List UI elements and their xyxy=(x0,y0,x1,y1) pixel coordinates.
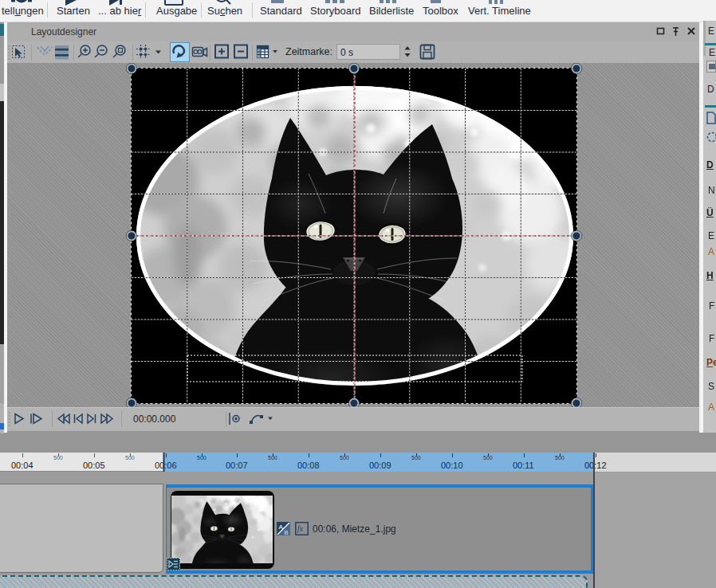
svg-text:fx: fx xyxy=(297,524,304,533)
svg-text:A: A xyxy=(279,523,284,531)
svg-text:B: B xyxy=(285,529,289,536)
